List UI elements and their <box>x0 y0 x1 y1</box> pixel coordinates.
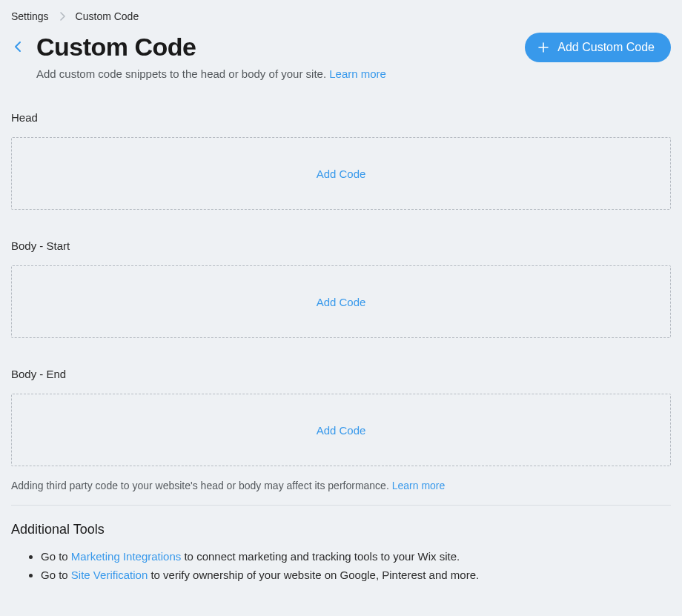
tools-item-suffix: to connect marketing and tracking tools … <box>181 550 460 563</box>
add-code-body-start-label: Add Code <box>317 296 366 308</box>
page-header: Custom Code Add custom code snippets to … <box>11 33 671 82</box>
page-subtitle: Add custom code snippets to the head or … <box>36 66 386 82</box>
list-item: Go to Site Verification to verify owners… <box>41 566 671 585</box>
page-title: Custom Code <box>36 33 386 62</box>
additional-tools-heading: Additional Tools <box>11 522 671 537</box>
chevron-right-icon <box>59 12 65 21</box>
plus-icon <box>538 42 549 53</box>
tools-item-prefix: Go to <box>41 550 71 563</box>
divider <box>11 505 671 506</box>
add-custom-code-label: Add Custom Code <box>557 41 655 54</box>
breadcrumb-current: Custom Code <box>76 10 139 22</box>
section-head-title: Head <box>11 111 671 124</box>
section-body-start-title: Body - Start <box>11 239 671 252</box>
add-code-head[interactable]: Add Code <box>11 137 671 210</box>
tools-item-prefix: Go to <box>41 569 71 581</box>
site-verification-link[interactable]: Site Verification <box>71 569 148 581</box>
additional-tools-list: Go to Marketing Integrations to connect … <box>11 548 671 585</box>
section-body-end: Body - End Add Code <box>11 368 671 466</box>
breadcrumb-settings[interactable]: Settings <box>11 10 49 22</box>
performance-learn-more-link[interactable]: Learn more <box>392 480 446 491</box>
section-body-end-title: Body - End <box>11 368 671 380</box>
section-head: Head Add Code <box>11 111 671 210</box>
marketing-integrations-link[interactable]: Marketing Integrations <box>71 550 181 563</box>
performance-note: Adding third party code to your website'… <box>11 480 671 491</box>
add-custom-code-button[interactable]: Add Custom Code <box>525 33 671 62</box>
add-code-body-end[interactable]: Add Code <box>11 394 671 466</box>
add-code-body-start[interactable]: Add Code <box>11 265 671 338</box>
section-body-start: Body - Start Add Code <box>11 239 671 338</box>
performance-note-text: Adding third party code to your website'… <box>11 480 392 491</box>
tools-item-suffix: to verify ownership of your website on G… <box>148 569 479 581</box>
breadcrumb: Settings Custom Code <box>11 10 671 22</box>
add-code-body-end-label: Add Code <box>317 424 366 437</box>
subtitle-text: Add custom code snippets to the head or … <box>36 67 329 80</box>
learn-more-link[interactable]: Learn more <box>329 67 386 80</box>
list-item: Go to Marketing Integrations to connect … <box>41 548 671 566</box>
back-button[interactable] <box>11 40 24 53</box>
chevron-left-icon <box>14 41 21 53</box>
add-code-head-label: Add Code <box>317 168 366 180</box>
